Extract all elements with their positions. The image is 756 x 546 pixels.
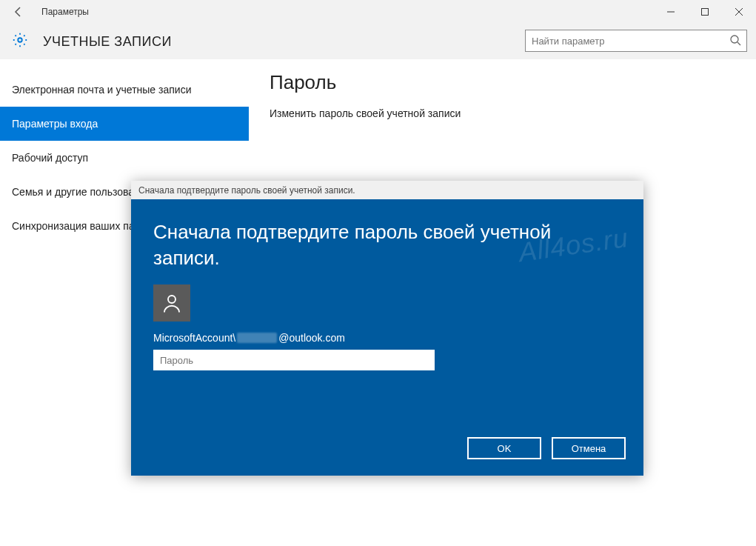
verify-password-dialog: Сначала подтвердите пароль своей учетной… xyxy=(131,181,643,476)
sidebar-item-label: Электронная почта и учетные записи xyxy=(12,84,191,96)
dialog-titlebar: Сначала подтвердите пароль своей учетной… xyxy=(131,181,643,200)
minimize-icon xyxy=(667,8,675,16)
sidebar-item-email-accounts[interactable]: Электронная почта и учетные записи xyxy=(0,73,249,107)
svg-point-5 xyxy=(731,36,738,43)
ok-button[interactable]: OK xyxy=(467,437,541,459)
dialog-heading: Сначала подтвердите пароль своей учетной… xyxy=(153,219,621,271)
svg-point-4 xyxy=(18,38,22,42)
settings-window: Параметры УЧЕТНЫЕ ЗАПИСИ Электронна xyxy=(0,0,756,546)
gear-icon xyxy=(12,32,28,51)
svg-rect-1 xyxy=(702,9,709,16)
account-redacted xyxy=(237,333,277,343)
minimize-button[interactable] xyxy=(654,0,688,24)
password-heading: Пароль xyxy=(270,71,735,94)
window-controls xyxy=(654,0,756,24)
svg-point-7 xyxy=(168,296,175,303)
sidebar-item-label: Параметры входа xyxy=(12,118,98,130)
sidebar-item-label: Рабочий доступ xyxy=(12,152,88,164)
person-icon xyxy=(161,292,183,314)
account-identifier: MicrosoftAccount\ @outlook.com xyxy=(153,332,621,344)
account-suffix: @outlook.com xyxy=(278,332,345,344)
search-container xyxy=(525,30,747,52)
user-avatar xyxy=(153,284,190,322)
sidebar-item-signin-options[interactable]: Параметры входа xyxy=(0,107,249,141)
back-arrow-icon xyxy=(13,6,24,18)
dialog-body: All4os.ru Сначала подтвердите пароль сво… xyxy=(131,200,643,476)
password-input[interactable] xyxy=(153,350,435,370)
window-titlebar: Параметры xyxy=(0,0,756,24)
password-subtext: Изменить пароль своей учетной записи xyxy=(270,107,735,119)
dialog-titlebar-text: Сначала подтвердите пароль своей учетной… xyxy=(138,185,355,196)
page-title: УЧЕТНЫЕ ЗАПИСИ xyxy=(43,34,172,50)
sidebar-item-work-access[interactable]: Рабочий доступ xyxy=(0,141,249,175)
close-icon xyxy=(735,8,743,16)
search-input[interactable] xyxy=(525,30,747,52)
close-button[interactable] xyxy=(722,0,756,24)
dialog-footer: OK Отмена xyxy=(467,437,626,459)
content-body: Электронная почта и учетные записи Парам… xyxy=(0,59,756,546)
maximize-icon xyxy=(701,8,709,16)
back-button[interactable] xyxy=(0,0,37,24)
maximize-button[interactable] xyxy=(688,0,722,24)
page-header: УЧЕТНЫЕ ЗАПИСИ xyxy=(0,24,756,59)
search-icon xyxy=(729,34,741,49)
account-prefix: MicrosoftAccount\ xyxy=(153,332,235,344)
window-title: Параметры xyxy=(41,7,89,17)
svg-line-6 xyxy=(737,42,740,45)
dialog-cancel-button[interactable]: Отмена xyxy=(552,437,626,459)
